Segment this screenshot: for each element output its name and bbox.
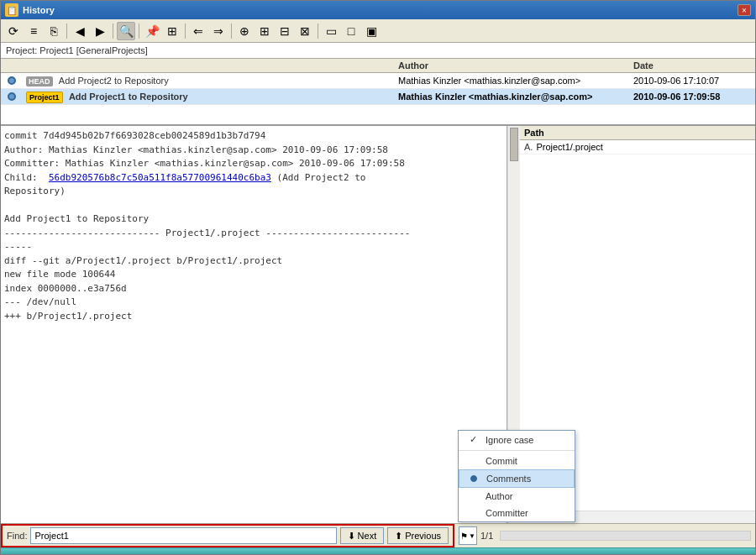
next-label: Next [358,531,377,541]
path-letter: A. [524,142,533,152]
next-arrow-icon: ⬇ [348,531,355,542]
toolbar-separator-3 [139,24,139,39]
pin-button[interactable]: 📌 [143,22,161,40]
marker-dot-1 [8,76,16,85]
author-col-header: Author [394,60,629,71]
main-content: Author Date HEAD Add Project2 to Reposit… [1,59,755,554]
toolbar-separator-6 [318,24,318,39]
commit-radio [467,456,479,466]
comments-item[interactable]: Comments [459,469,575,488]
previous-button[interactable]: ⬆ Previous [387,527,449,544]
committer-item[interactable]: Committer [459,505,575,521]
diff-line-10: new file mode 100644 [4,268,503,282]
commit-message-1: HEAD Add Project2 to Repository [22,75,394,86]
back-button[interactable]: ◀ [71,22,89,40]
table-row[interactable]: Project1 Add Project1 to Repository Math… [1,89,755,105]
diff-button[interactable]: ⊞ [163,22,181,40]
diff-line-3: Child: 56db920576b8c7c50a511f8a577009614… [4,171,503,186]
prev-label: Previous [405,531,441,541]
dropdown-arrow-icon: ▼ [469,532,475,540]
path-header: Path [520,126,755,140]
diff-scroll-container: commit 7d4d945b02b7f6693028ceb0024589d1b… [1,126,520,523]
dropdown-flag-icon: ⚑ [460,531,468,541]
window-title: History [23,5,733,15]
collapse-button[interactable]: ≡ [24,22,43,40]
diff-line-8: ----- [4,240,503,254]
commit-author-1: Mathias Kinzler <mathias.kinzler@sap.com… [394,76,629,86]
minimize-button[interactable]: ▭ [322,22,340,40]
diff-line-6: Add Project1 to Repository [4,212,503,227]
find-label: Find: [7,531,27,541]
status-color-bar [1,547,755,554]
progress-bar [500,531,751,541]
head-tag: HEAD [26,76,53,86]
options-dropdown-button[interactable]: ⚑ ▼ [459,526,477,545]
table-row[interactable]: HEAD Add Project2 to Repository Mathias … [1,73,755,89]
maximize-button[interactable]: □ [342,22,360,40]
ignore-case-label: Ignore case [486,435,533,445]
diff-line-11: index 0000000..e3a756d [4,282,503,296]
copy-button[interactable]: ⎘ [45,22,63,40]
toolbar-separator-5 [231,24,232,39]
diff-line-13: +++ b/Project1/.project [4,310,503,324]
status-bar: ⚑ ▼ 1/1 [454,524,755,547]
diff-line-9: diff --git a/Project1/.project b/Project… [4,254,503,269]
add-button[interactable]: ⊕ [235,22,254,40]
commit-marker-2 [1,92,22,101]
close-window-button[interactable]: × [738,4,751,16]
author-label: Author [486,491,512,501]
search-button[interactable]: 🔍 [117,22,135,40]
commit-text-2: Add Project1 to Repository [69,92,188,102]
path-value: Project1/.project [536,142,602,152]
toolbar-separator-4 [185,24,186,39]
commit-date-1: 2010-09-06 17:10:07 [629,76,755,86]
comments-label: Comments [486,474,531,484]
bottom-controls: Find: ⬇ Next ⬆ Previous ⚑ ▼ 1/1 [1,523,755,547]
compare-back-button[interactable]: ⇐ [189,22,207,40]
page-info: 1/1 [480,531,493,541]
path-item[interactable]: A. Project1/.project [520,140,755,154]
prev-arrow-icon: ⬆ [395,531,402,542]
toolbar-separator-1 [66,24,67,39]
refresh-button[interactable]: ⟳ [4,22,23,40]
title-bar: 📋 History × [1,1,755,19]
restore-button[interactable]: ▣ [362,22,381,40]
find-input[interactable] [30,527,336,544]
toolbar-separator-2 [113,24,113,39]
next-button[interactable]: ⬇ Next [340,527,385,544]
committer-label: Committer [486,508,528,518]
author-radio [467,491,479,501]
message-col-header [1,60,394,71]
find-bar: Find: ⬇ Next ⬆ Previous [1,524,454,547]
commit-author-2: Mathias Kinzler <mathias.kinzler@sap.com… [394,92,629,102]
committer-radio [467,508,479,518]
forward-button[interactable]: ▶ [91,22,109,40]
diff-line-7: ---------------------------- Project1/.p… [4,227,503,241]
menu-separator [459,450,575,451]
commit-item[interactable]: Commit [459,453,575,469]
grid-button[interactable]: ⊞ [255,22,274,40]
diff-line-0: commit 7d4d945b02b7f6693028ceb0024589d1b… [4,129,503,144]
diff-line-12: --- /dev/null [4,296,503,310]
project-tag: Project1 [26,92,63,103]
radio-dot-icon [470,475,477,482]
diff-line-5 [4,199,503,213]
toolbar: ⟳ ≡ ⎘ ◀ ▶ 🔍 📌 ⊞ ⇐ ⇒ ⊕ ⊞ ⊟ ⊠ ▭ □ ▣ [1,19,755,43]
ignore-case-item[interactable]: ✓ Ignore case [459,431,575,448]
commit-text-1: Add Project2 to Repository [59,76,169,86]
diff-line-1: Author: Mathias Kinzler <mathias.kinzler… [4,144,503,158]
table-header: Author Date [1,59,755,73]
commit-table: Author Date HEAD Add Project2 to Reposit… [1,59,755,126]
close2-button[interactable]: ⊠ [296,22,314,40]
diff-line-2: Committer: Mathias Kinzler <mathias.kinz… [4,157,503,171]
author-item[interactable]: Author [459,488,575,505]
compare-forward-button[interactable]: ⇒ [209,22,228,40]
marker-dot-2 [8,92,16,101]
diff-panel[interactable]: commit 7d4d945b02b7f6693028ceb0024589d1b… [1,126,507,523]
project-label: Project: Project1 [GeneralProjects] [1,43,755,59]
commit-link[interactable]: 56db920576b8c7c50a511f8a57700961440c6ba3 [49,172,271,183]
scroll-thumb[interactable] [510,128,518,161]
bottom-section: commit 7d4d945b02b7f6693028ceb0024589d1b… [1,126,755,523]
minus-button[interactable]: ⊟ [276,22,294,40]
comments-radio [468,474,480,484]
